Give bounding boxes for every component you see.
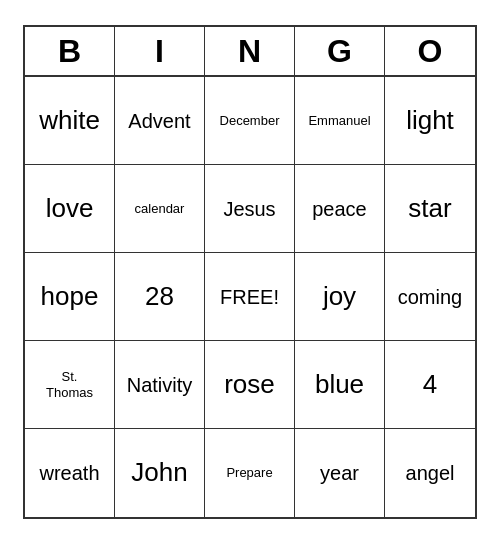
- bingo-header-cell: N: [205, 27, 295, 77]
- bingo-row: lovecalendarJesuspeacestar: [25, 165, 475, 253]
- bingo-cell: John: [115, 429, 205, 517]
- bingo-cell: white: [25, 77, 115, 165]
- bingo-cell: peace: [295, 165, 385, 253]
- bingo-header: BINGO: [25, 27, 475, 77]
- bingo-row: hope28FREE!joycoming: [25, 253, 475, 341]
- bingo-row: St. ThomasNativityroseblue4: [25, 341, 475, 429]
- bingo-grid: whiteAdventDecemberEmmanuellightlovecale…: [25, 77, 475, 517]
- bingo-cell: St. Thomas: [25, 341, 115, 429]
- bingo-cell: Advent: [115, 77, 205, 165]
- bingo-row: wreathJohnPrepareyearangel: [25, 429, 475, 517]
- bingo-cell: 28: [115, 253, 205, 341]
- bingo-cell: December: [205, 77, 295, 165]
- bingo-cell: wreath: [25, 429, 115, 517]
- bingo-cell: Emmanuel: [295, 77, 385, 165]
- bingo-cell: coming: [385, 253, 475, 341]
- bingo-cell: blue: [295, 341, 385, 429]
- bingo-cell: joy: [295, 253, 385, 341]
- bingo-header-cell: B: [25, 27, 115, 77]
- bingo-cell: light: [385, 77, 475, 165]
- bingo-cell: angel: [385, 429, 475, 517]
- bingo-header-cell: G: [295, 27, 385, 77]
- bingo-cell: rose: [205, 341, 295, 429]
- bingo-cell: Nativity: [115, 341, 205, 429]
- bingo-cell: Jesus: [205, 165, 295, 253]
- bingo-cell: FREE!: [205, 253, 295, 341]
- bingo-cell: love: [25, 165, 115, 253]
- bingo-cell: calendar: [115, 165, 205, 253]
- bingo-cell: hope: [25, 253, 115, 341]
- bingo-cell: 4: [385, 341, 475, 429]
- bingo-row: whiteAdventDecemberEmmanuellight: [25, 77, 475, 165]
- bingo-cell: Prepare: [205, 429, 295, 517]
- bingo-cell: year: [295, 429, 385, 517]
- bingo-header-cell: I: [115, 27, 205, 77]
- bingo-card: BINGO whiteAdventDecemberEmmanuellightlo…: [23, 25, 477, 519]
- bingo-cell: star: [385, 165, 475, 253]
- bingo-header-cell: O: [385, 27, 475, 77]
